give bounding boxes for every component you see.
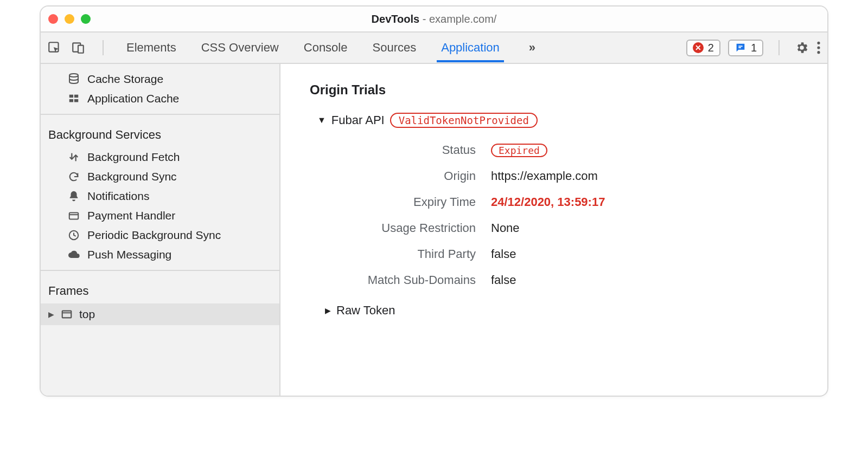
toolbar-separator [103,40,104,55]
toolbar-left-cluster: Elements CSS Overview Console Sources Ap… [47,40,535,55]
close-icon[interactable] [48,14,58,24]
svg-rect-13 [69,213,79,219]
origin-trials-panel: Origin Trials ▼ Fubar API ValidTokenNotP… [280,64,827,396]
sidebar-item-push-messaging[interactable]: Push Messaging [41,245,279,264]
svg-rect-9 [69,95,73,98]
svg-rect-11 [69,99,73,102]
sidebar-item-label: Payment Handler [87,209,175,222]
sidebar-item-background-sync[interactable]: Background Sync [41,167,279,186]
sidebar-item-label: top [79,308,95,321]
window-traffic-lights [48,14,91,24]
database-icon [67,73,81,86]
application-sidebar: Cache Storage Application Cache Backgrou… [41,64,280,396]
sidebar-item-label: Push Messaging [87,248,171,261]
tab-sources[interactable]: Sources [371,41,417,55]
trial-details: Status Expired Origin https://example.co… [317,143,807,287]
section-title: Origin Trials [310,82,807,98]
trial-row[interactable]: ▼ Fubar API ValidTokenNotProvided [317,113,807,128]
svg-point-7 [817,51,820,54]
issues-chip[interactable]: 1 [728,40,763,56]
svg-rect-3 [738,46,742,47]
sidebar-section-background-services: Background Services [41,118,279,147]
window-title-suffix: - example.com/ [419,13,496,25]
sidebar-item-label: Cache Storage [87,73,163,86]
value-usage-restriction: None [491,221,807,235]
fetch-icon [67,151,81,163]
sidebar-item-notifications[interactable]: Notifications [41,186,279,206]
value-match-sub-domains: false [491,273,807,287]
trial-status-badge: ValidTokenNotProvided [390,113,538,128]
sidebar-item-label: Application Cache [87,92,179,105]
sidebar-item-periodic-background-sync[interactable]: Periodic Background Sync [41,225,279,245]
value-expiry: 24/12/2020, 13:59:17 [491,195,807,209]
settings-icon[interactable] [795,41,809,55]
bell-icon [67,190,81,202]
svg-rect-2 [78,46,84,53]
tab-elements[interactable]: Elements [125,41,177,55]
sidebar-item-frame-top[interactable]: ▶ top [41,303,279,325]
value-origin: https://example.com [491,169,807,183]
errors-chip[interactable]: ✕ 2 [686,40,720,56]
label-origin: Origin [317,169,491,183]
window-title-strong: DevTools [372,13,420,25]
issues-count: 1 [751,42,757,54]
panel-body: Cache Storage Application Cache Backgrou… [41,64,827,396]
sync-icon [67,171,81,183]
raw-token-label: Raw Token [336,303,395,318]
cloud-icon [67,248,81,261]
svg-rect-12 [74,99,78,102]
chevron-down-icon: ▼ [317,115,326,125]
panel-tabs: Elements CSS Overview Console Sources Ap… [125,41,501,55]
window-titlebar: DevTools - example.com/ [41,7,827,33]
sidebar-item-label: Notifications [87,190,149,203]
label-usage-restriction: Usage Restriction [317,221,491,235]
raw-token-row[interactable]: ▶ Raw Token [325,303,807,318]
label-match-sub-domains: Match Sub-Domains [317,273,491,287]
inspect-icon[interactable] [47,41,61,55]
label-expiry: Expiry Time [317,195,491,209]
frame-icon [60,308,74,320]
credit-card-icon [67,210,81,222]
grid-icon [67,93,81,105]
sidebar-item-label: Periodic Background Sync [87,229,221,242]
devtools-window: DevTools - example.com/ Elements CSS Ove… [40,5,828,397]
sidebar-item-payment-handler[interactable]: Payment Handler [41,206,279,225]
toolbar-right-cluster: ✕ 2 1 [686,40,821,56]
issues-icon [735,42,746,54]
more-icon[interactable] [816,41,821,55]
label-third-party: Third Party [317,247,491,261]
sidebar-item-label: Background Sync [87,170,177,183]
svg-rect-4 [738,47,741,48]
svg-point-5 [817,42,820,44]
tab-css-overview[interactable]: CSS Overview [200,41,280,55]
tabs-overflow-icon[interactable]: » [529,41,535,55]
error-icon: ✕ [693,42,704,53]
tab-application[interactable]: Application [440,41,501,55]
errors-count: 2 [708,42,714,54]
value-third-party: false [491,247,807,261]
svg-rect-15 [62,311,72,318]
sidebar-section-frames: Frames [41,274,279,303]
zoom-icon[interactable] [81,14,91,24]
toolbar-separator [778,40,780,55]
window-title: DevTools - example.com/ [372,13,497,25]
svg-point-8 [69,74,78,77]
status-expired-badge: Expired [491,144,547,157]
chevron-right-icon: ▶ [325,306,331,315]
svg-point-6 [817,46,820,49]
minimize-icon[interactable] [65,14,74,24]
device-toggle-icon[interactable] [71,41,85,55]
tab-console[interactable]: Console [303,41,349,55]
label-status: Status [317,143,491,157]
sidebar-item-background-fetch[interactable]: Background Fetch [41,147,279,167]
sidebar-item-cache-storage[interactable]: Cache Storage [41,69,279,89]
chevron-right-icon: ▶ [48,310,54,319]
clock-icon [67,229,81,241]
devtools-toolbar: Elements CSS Overview Console Sources Ap… [41,33,827,64]
sidebar-item-application-cache[interactable]: Application Cache [41,89,279,108]
value-status: Expired [491,143,807,157]
svg-rect-10 [74,95,78,98]
trial-name: Fubar API [331,113,385,127]
sidebar-item-label: Background Fetch [87,151,180,164]
